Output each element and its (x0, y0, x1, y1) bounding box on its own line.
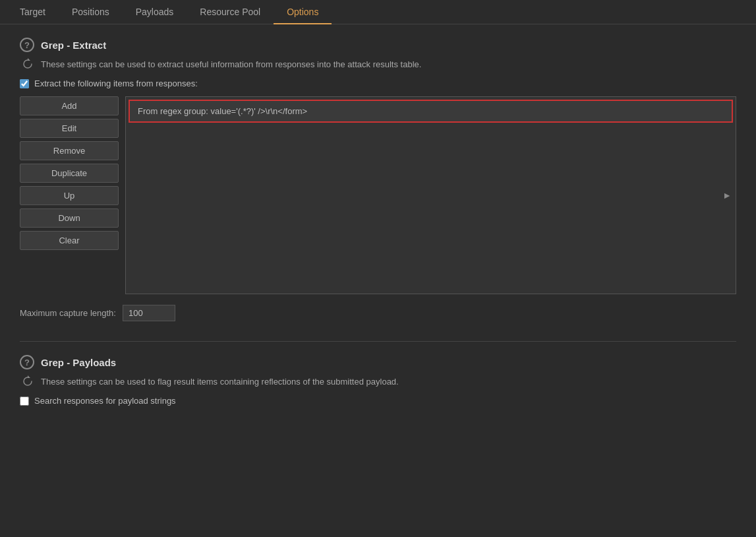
extract-checkbox[interactable] (20, 79, 29, 88)
svg-marker-0 (28, 58, 30, 61)
duplicate-button[interactable]: Duplicate (20, 164, 119, 183)
tab-target[interactable]: Target (7, 0, 59, 24)
search-checkbox[interactable] (20, 396, 29, 406)
grep-payloads-header: ? Grep - Payloads (20, 355, 736, 369)
tab-payloads[interactable]: Payloads (123, 0, 187, 24)
extract-area: Add Edit Remove Duplicate Up Down Clear … (20, 96, 736, 294)
svg-marker-1 (28, 375, 30, 378)
refresh-icon (21, 57, 34, 71)
remove-button[interactable]: Remove (20, 141, 119, 160)
extract-buttons-panel: Add Edit Remove Duplicate Up Down Clear (20, 96, 119, 294)
grep-extract-help-icon[interactable]: ? (20, 38, 34, 52)
tab-positions[interactable]: Positions (59, 0, 123, 24)
capture-input[interactable] (123, 305, 175, 321)
grep-extract-title: Grep - Extract (41, 40, 106, 51)
search-checkbox-label[interactable]: Search responses for payload strings (34, 396, 176, 406)
grep-extract-section: ? Grep - Extract These settings can be u… (20, 38, 736, 321)
clear-button[interactable]: Clear (20, 231, 119, 250)
tab-bar: Target Positions Payloads Resource Pool … (0, 0, 756, 24)
grep-extract-description: These settings can be used to extract us… (41, 59, 421, 69)
search-checkbox-row: Search responses for payload strings (20, 396, 736, 406)
refresh-icon-2 (21, 375, 34, 388)
extract-list[interactable]: From regex group: value='(.*?)' />\r\n</… (125, 96, 736, 294)
add-button[interactable]: Add (20, 96, 119, 115)
arrow-right-icon: ► (722, 190, 732, 201)
main-content: ? Grep - Extract These settings can be u… (0, 24, 756, 439)
section-divider (20, 341, 736, 342)
grep-payloads-help-icon[interactable]: ? (20, 355, 34, 369)
grep-payloads-section: ? Grep - Payloads These settings can be … (20, 355, 736, 406)
up-button[interactable]: Up (20, 186, 119, 205)
grep-payloads-title: Grep - Payloads (41, 357, 116, 368)
tab-options[interactable]: Options (274, 0, 332, 24)
tab-resource-pool[interactable]: Resource Pool (187, 0, 274, 24)
grep-payloads-desc-row: These settings can be used to flag resul… (21, 375, 736, 388)
down-button[interactable]: Down (20, 208, 119, 228)
edit-button[interactable]: Edit (20, 119, 119, 138)
extract-checkbox-row: Extract the following items from respons… (20, 79, 736, 88)
grep-payloads-description: These settings can be used to flag resul… (41, 377, 399, 387)
grep-extract-header: ? Grep - Extract (20, 38, 736, 52)
grep-extract-desc-row: These settings can be used to extract us… (21, 57, 736, 71)
capture-label: Maximum capture length: (20, 308, 116, 318)
extract-checkbox-label[interactable]: Extract the following items from respons… (34, 79, 198, 88)
capture-row: Maximum capture length: (20, 305, 736, 321)
list-item[interactable]: From regex group: value='(.*?)' />\r\n</… (129, 100, 733, 123)
